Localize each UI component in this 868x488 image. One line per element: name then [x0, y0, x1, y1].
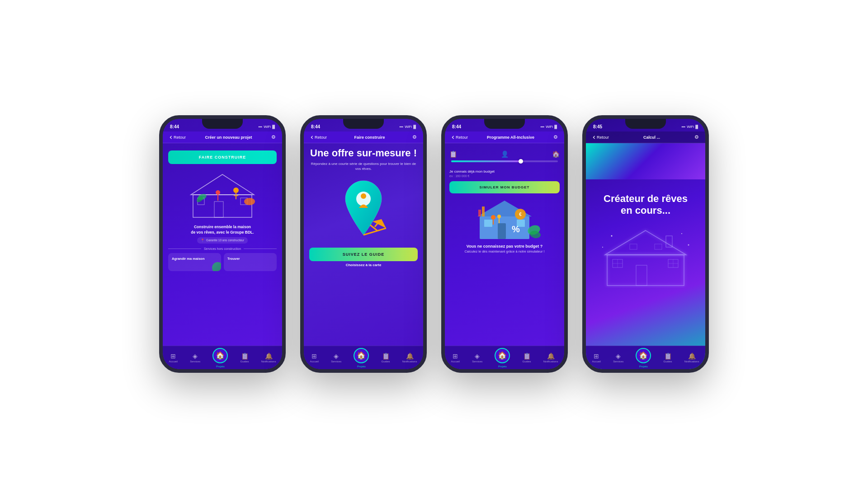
- svg-rect-35: [666, 236, 672, 247]
- tab-guides-2[interactable]: 📋 Guides: [379, 351, 393, 365]
- tab-notifications-1[interactable]: 🔔 Notifications: [259, 351, 279, 365]
- house-dream-illustration: [586, 226, 705, 289]
- signal-icon-4: ▪▪▪: [682, 125, 686, 129]
- time-2: 8:44: [311, 124, 320, 129]
- map-illustration: [309, 176, 418, 244]
- settings-icon-4[interactable]: ⚙: [694, 134, 699, 140]
- choisissez-link[interactable]: Choisissez à la carte: [309, 263, 418, 267]
- home-icon-4: ⊞: [594, 353, 599, 359]
- tab-projets-4[interactable]: 🏠 Projets: [633, 346, 654, 370]
- vous-text: Vous ne connaissez pas votre budget ?: [449, 244, 560, 249]
- services-icon-2: ◈: [334, 353, 339, 359]
- services-grid-1: Agrandir ma maison Trouver: [168, 253, 277, 271]
- budget-slider[interactable]: [451, 160, 558, 162]
- back-button-4[interactable]: Retour: [592, 135, 609, 140]
- tab-accueil-1[interactable]: ⊞ Accueil: [166, 351, 180, 365]
- wifi-icon: WiFi: [264, 125, 271, 129]
- nav-title-3: Programme All-Inclusive: [468, 135, 553, 140]
- battery-icon: ▓: [272, 125, 275, 129]
- battery-icon-4: ▓: [695, 125, 698, 129]
- back-button-2[interactable]: Retour: [310, 135, 327, 140]
- nav-bar-1: Retour Créer un nouveau projet ⚙: [163, 131, 282, 143]
- subtitle-2: Répondez à une courte série de questions…: [309, 161, 418, 171]
- simuler-button[interactable]: SIMULER MON BUDGET: [449, 181, 560, 193]
- tab-bar-4: ⊞ Accueil ◈ Services 🏠 Projets 📋 Guides …: [586, 346, 705, 369]
- tab-projets-3[interactable]: 🏠 Projets: [492, 346, 513, 370]
- settings-icon-3[interactable]: ⚙: [553, 134, 558, 140]
- home-icon-3: ⊞: [453, 353, 458, 359]
- tab-notifications-3[interactable]: 🔔 Notifications: [541, 351, 561, 365]
- suivez-button[interactable]: SUIVEZ LE GUIDE: [309, 248, 418, 261]
- svg-marker-0: [191, 174, 254, 195]
- svg-rect-25: [478, 210, 481, 216]
- service-card-2[interactable]: Trouver: [224, 253, 277, 271]
- tab-accueil-2[interactable]: ⊞ Accueil: [307, 351, 321, 365]
- back-button-1[interactable]: Retour: [169, 135, 186, 140]
- tab-services-2[interactable]: ◈ Services: [328, 351, 344, 365]
- top-gradient-area: [586, 143, 705, 179]
- signal-icon-2: ▪▪▪: [400, 125, 404, 129]
- budget-placeholder: ex : 160 000 €: [445, 174, 564, 178]
- tab-bar-3: ⊞ Accueil ◈ Services 🏠 Projets 📋 Guides …: [445, 346, 564, 369]
- headline-2: Une offre sur-mesure !: [309, 148, 418, 159]
- svg-point-14: [361, 193, 366, 199]
- svg-rect-20: [484, 220, 492, 227]
- phone-2: 8:44 ▪▪▪ WiFi ▓ Retour Faire construire …: [300, 115, 427, 373]
- tab-services-1[interactable]: ◈ Services: [187, 351, 203, 365]
- notch-4: [625, 119, 666, 129]
- signal-icon-3: ▪▪▪: [541, 125, 545, 129]
- bell-icon-3: 🔔: [547, 353, 555, 359]
- back-button-3[interactable]: Retour: [451, 135, 468, 140]
- nav-title-2: Faire construire: [327, 135, 412, 140]
- guides-icon-4: 📋: [664, 353, 672, 359]
- nav-bar-4: Retour Calcul ... ⚙: [586, 131, 705, 143]
- list-icon: 📋: [449, 150, 457, 158]
- tab-projets-1[interactable]: 🏠 Projets: [210, 346, 231, 370]
- nav-title-4: Calcul ...: [609, 135, 694, 140]
- status-icons-1: ▪▪▪ WiFi ▓: [259, 125, 275, 129]
- house-icon-slider: 🏠: [552, 150, 560, 158]
- svg-point-5: [233, 188, 239, 193]
- notch-2: [343, 119, 384, 129]
- home-icon: ⊞: [170, 353, 176, 359]
- tab-accueil-4[interactable]: ⊞ Accueil: [590, 351, 604, 365]
- projets-icon-2: 🏠: [357, 352, 366, 359]
- tab-guides-3[interactable]: 📋 Guides: [520, 351, 534, 365]
- projets-icon: 🏠: [216, 352, 225, 359]
- guides-icon: 📋: [241, 353, 249, 359]
- tab-services-3[interactable]: ◈ Services: [469, 351, 485, 365]
- bell-icon-2: 🔔: [406, 353, 414, 359]
- status-icons-2: ▪▪▪ WiFi ▓: [400, 125, 416, 129]
- tab-accueil-3[interactable]: ⊞ Accueil: [448, 351, 462, 365]
- notch-3: [484, 119, 525, 129]
- house-illustration-1: [168, 168, 277, 222]
- svg-rect-43: [630, 244, 637, 249]
- slider-thumb[interactable]: [519, 159, 523, 164]
- settings-icon-1[interactable]: ⚙: [271, 134, 276, 140]
- svg-point-48: [602, 247, 603, 248]
- status-icons-4: ▪▪▪ WiFi ▓: [682, 125, 698, 129]
- time-4: 8:45: [593, 124, 602, 129]
- section-title-1: Services hors construction: [204, 247, 241, 250]
- wifi-icon-4: WiFi: [687, 125, 694, 129]
- settings-icon-2[interactable]: ⚙: [412, 134, 417, 140]
- faire-construire-button[interactable]: FAIRE CONSTRUIRE: [168, 150, 277, 164]
- tab-notifications-2[interactable]: 🔔 Notifications: [400, 351, 420, 365]
- home-icon-2: ⊞: [311, 353, 317, 359]
- tab-notifications-4[interactable]: 🔔 Notifications: [682, 351, 702, 365]
- phone-1: 8:44 ▪▪▪ WiFi ▓ Retour Créer un nouveau …: [159, 115, 286, 373]
- svg-rect-19: [498, 223, 506, 239]
- services-icon-3: ◈: [475, 353, 480, 359]
- projets-icon-3: 🏠: [498, 352, 507, 359]
- tab-bar-1: ⊞ Accueil ◈ Services 🏠 Projets 📋 Guides …: [163, 346, 282, 369]
- tab-services-4[interactable]: ◈ Services: [610, 351, 626, 365]
- svg-text:%: %: [512, 224, 520, 234]
- svg-point-29: [491, 215, 495, 220]
- service-card-1[interactable]: Agrandir ma maison: [168, 253, 221, 271]
- tab-guides-1[interactable]: 📋 Guides: [238, 351, 252, 365]
- tab-projets-2[interactable]: 🏠 Projets: [351, 346, 372, 370]
- notch-1: [202, 119, 243, 129]
- tab-guides-4[interactable]: 📋 Guides: [661, 351, 675, 365]
- guides-icon-3: 📋: [523, 353, 531, 359]
- services-icon: ◈: [193, 353, 198, 359]
